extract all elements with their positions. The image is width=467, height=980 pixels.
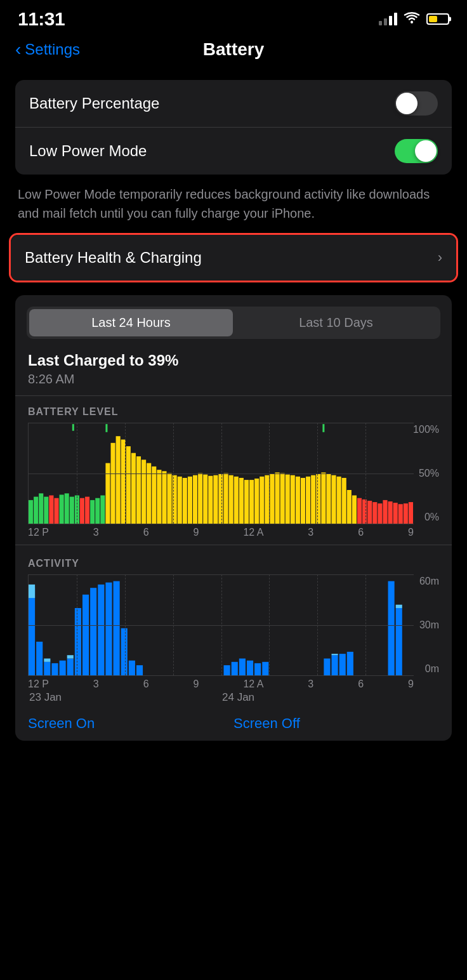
- act-y-30: 30m: [419, 619, 439, 631]
- battery-y-labels: 100% 50% 0%: [413, 423, 439, 524]
- signal-icon: [379, 13, 397, 25]
- battery-level-chart-section: BATTERY LEVEL 100% 50% 0%: [15, 402, 452, 538]
- battery-percentage-label: Battery Percentage: [29, 95, 159, 112]
- svg-rect-89: [82, 595, 89, 675]
- battery-health-row[interactable]: Battery Health & Charging ›: [11, 235, 456, 281]
- svg-rect-104: [332, 655, 338, 675]
- usage-card: Last 24 Hours Last 10 Days Last Charged …: [15, 295, 452, 741]
- svg-rect-37: [203, 475, 207, 524]
- svg-rect-44: [239, 478, 244, 524]
- activity-x-labels: 12 P 3 6 9 12 A 3 6 9: [28, 679, 414, 690]
- vline-25: [125, 423, 126, 524]
- svg-rect-34: [188, 477, 192, 524]
- battery-status-icon: [426, 13, 449, 25]
- battery-health-group: Battery Health & Charging ›: [11, 235, 456, 281]
- battery-percentage-row[interactable]: Battery Percentage: [15, 80, 452, 128]
- svg-rect-83: [44, 659, 50, 662]
- act-vline-62: [269, 574, 270, 675]
- svg-rect-30: [168, 473, 172, 524]
- battery-health-label: Battery Health & Charging: [25, 249, 202, 267]
- svg-rect-8: [65, 493, 69, 524]
- svg-rect-39: [213, 475, 218, 524]
- svg-rect-84: [51, 663, 58, 675]
- x-9a: 9: [194, 527, 199, 538]
- svg-rect-96: [136, 665, 143, 675]
- act-vline-37: [173, 574, 174, 675]
- time-segment-control[interactable]: Last 24 Hours Last 10 Days: [27, 307, 440, 339]
- svg-rect-74: [388, 501, 393, 524]
- svg-rect-26: [147, 463, 151, 524]
- activity-label: ACTIVITY: [28, 558, 439, 569]
- svg-rect-90: [90, 588, 96, 675]
- act-vline-87: [365, 574, 366, 675]
- activity-bars-container: [28, 574, 414, 676]
- svg-rect-62: [326, 474, 331, 524]
- svg-rect-22: [126, 446, 131, 524]
- svg-rect-88: [75, 608, 81, 675]
- act-vline-mid: [221, 574, 222, 675]
- act-y-60: 60m: [419, 576, 439, 587]
- act-y-0: 0m: [425, 663, 439, 675]
- x-3a: 3: [93, 527, 99, 538]
- vline-87: [365, 423, 366, 524]
- screen-on-label[interactable]: Screen On: [28, 715, 234, 732]
- svg-rect-97: [224, 665, 230, 675]
- act-x-12a: 12 A: [243, 679, 263, 690]
- battery-health-highlight: Battery Health & Charging ›: [9, 233, 458, 282]
- low-power-mode-row[interactable]: Low Power Mode: [15, 128, 452, 175]
- svg-rect-20: [116, 436, 121, 524]
- svg-rect-109: [396, 608, 402, 675]
- screen-off-label[interactable]: Screen Off: [234, 715, 439, 732]
- vline-37: [173, 423, 174, 524]
- svg-rect-6: [54, 498, 58, 524]
- svg-rect-18: [105, 463, 110, 524]
- svg-rect-29: [162, 471, 166, 524]
- svg-rect-110: [396, 605, 402, 608]
- x-12p: 12 P: [28, 527, 49, 538]
- date-24jan: 24 Jan: [221, 691, 414, 704]
- svg-rect-99: [239, 659, 246, 676]
- svg-rect-24: [136, 456, 141, 524]
- svg-rect-81: [36, 642, 43, 675]
- svg-rect-98: [232, 662, 238, 675]
- battery-bars-container: [28, 423, 414, 524]
- status-time: 11:31: [18, 8, 65, 30]
- battery-percentage-toggle[interactable]: [395, 91, 438, 116]
- svg-rect-105: [332, 654, 338, 655]
- svg-rect-1: [29, 500, 33, 524]
- last-charged-time: 8:26 AM: [28, 372, 439, 387]
- battery-x-labels: 12 P 3 6 9 12 A 3 6 9: [28, 527, 414, 538]
- y-50: 50%: [419, 468, 439, 479]
- svg-rect-64: [337, 477, 341, 524]
- segment-24h[interactable]: Last 24 Hours: [29, 309, 233, 336]
- svg-rect-3: [39, 493, 43, 524]
- battery-level-chart: 100% 50% 0%: [28, 423, 439, 524]
- segment-10d[interactable]: Last 10 Days: [234, 309, 438, 336]
- svg-rect-71: [372, 502, 377, 524]
- battery-toggles-group: Battery Percentage Low Power Mode: [15, 80, 452, 175]
- divider-1: [15, 395, 452, 396]
- svg-rect-94: [121, 628, 128, 675]
- low-power-mode-label: Low Power Mode: [29, 142, 147, 160]
- svg-rect-108: [388, 581, 395, 675]
- x-3b: 3: [308, 527, 313, 538]
- svg-rect-42: [229, 475, 234, 524]
- back-button[interactable]: ‹ Settings: [15, 39, 80, 60]
- svg-rect-16: [100, 495, 105, 524]
- svg-rect-91: [98, 585, 104, 675]
- status-bar: 11:31: [0, 0, 467, 34]
- act-vline-75: [317, 574, 318, 675]
- svg-rect-55: [291, 475, 295, 524]
- svg-rect-28: [157, 470, 161, 524]
- x-6b: 6: [358, 527, 364, 538]
- vline-12: [77, 423, 77, 524]
- act-x-9a: 9: [194, 679, 199, 690]
- svg-point-0: [411, 21, 413, 23]
- svg-rect-78: [409, 502, 413, 524]
- svg-rect-67: [352, 495, 357, 524]
- x-6a: 6: [143, 527, 149, 538]
- vline-75: [317, 423, 318, 524]
- svg-rect-48: [260, 477, 264, 524]
- low-power-mode-toggle[interactable]: [395, 139, 438, 163]
- svg-rect-33: [183, 478, 187, 524]
